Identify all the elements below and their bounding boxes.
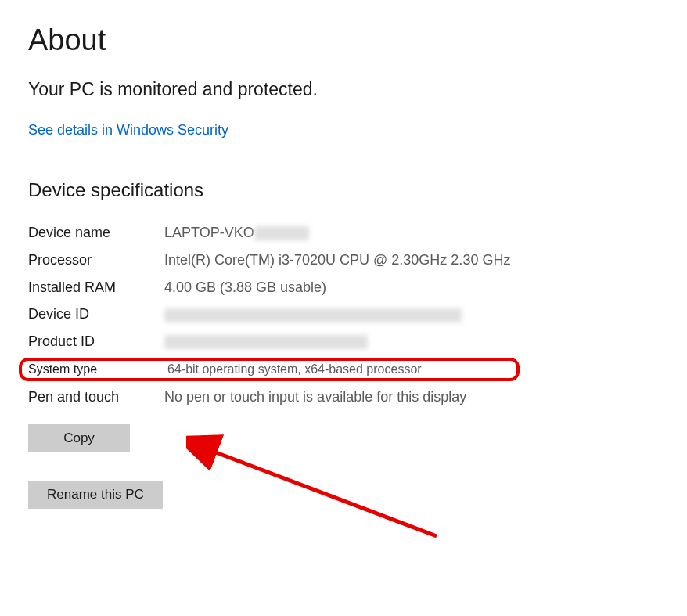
redacted-text: XXXXXXXXXXXXXXXXXXXXXX: [164, 335, 368, 349]
spec-value: No pen or touch input is available for t…: [164, 386, 466, 409]
spec-label: Processor: [28, 249, 164, 272]
spec-row-installed-ram: Installed RAM 4.00 GB (3.88 GB usable): [28, 276, 659, 299]
spec-value: LAPTOP-VKOXXXXX: [164, 222, 309, 244]
copy-button[interactable]: Copy: [28, 424, 130, 452]
spec-value: XXXXXXXXXXXXXXXXXXXXXXXXXXXXXXXXXX: [164, 303, 462, 326]
spec-label: System type: [28, 362, 167, 376]
spec-value: XXXXXXXXXXXXXXXXXXXXXX: [164, 330, 368, 353]
spec-value: 4.00 GB (3.88 GB usable): [164, 276, 326, 299]
spec-value: Intel(R) Core(TM) i3-7020U CPU @ 2.30GHz…: [164, 249, 510, 272]
spec-row-pen-touch: Pen and touch No pen or touch input is a…: [28, 386, 659, 409]
spec-row-product-id: Product ID XXXXXXXXXXXXXXXXXXXXXX: [28, 330, 659, 353]
redacted-text: XXXXX: [254, 226, 309, 240]
spec-label: Device name: [28, 222, 164, 244]
spec-value: 64-bit operating system, x64-based proce…: [167, 362, 422, 376]
protection-status: Your PC is monitored and protected.: [28, 79, 659, 100]
spec-label: Installed RAM: [28, 276, 164, 299]
device-specifications-heading: Device specifications: [28, 179, 659, 201]
spec-label: Pen and touch: [28, 386, 164, 409]
windows-security-link[interactable]: See details in Windows Security: [28, 122, 228, 139]
spec-row-processor: Processor Intel(R) Core(TM) i3-7020U CPU…: [28, 249, 659, 272]
page-title: About: [28, 23, 659, 57]
spec-row-system-type-highlighted: System type 64-bit operating system, x64…: [19, 358, 520, 381]
spec-row-device-name: Device name LAPTOP-VKOXXXXX: [28, 222, 659, 244]
spec-label: Device ID: [28, 303, 164, 326]
redacted-text: XXXXXXXXXXXXXXXXXXXXXXXXXXXXXXXXXX: [164, 308, 462, 322]
spec-label: Product ID: [28, 330, 164, 353]
rename-pc-button[interactable]: Rename this PC: [28, 481, 163, 509]
spec-row-device-id: Device ID XXXXXXXXXXXXXXXXXXXXXXXXXXXXXX…: [28, 303, 659, 326]
